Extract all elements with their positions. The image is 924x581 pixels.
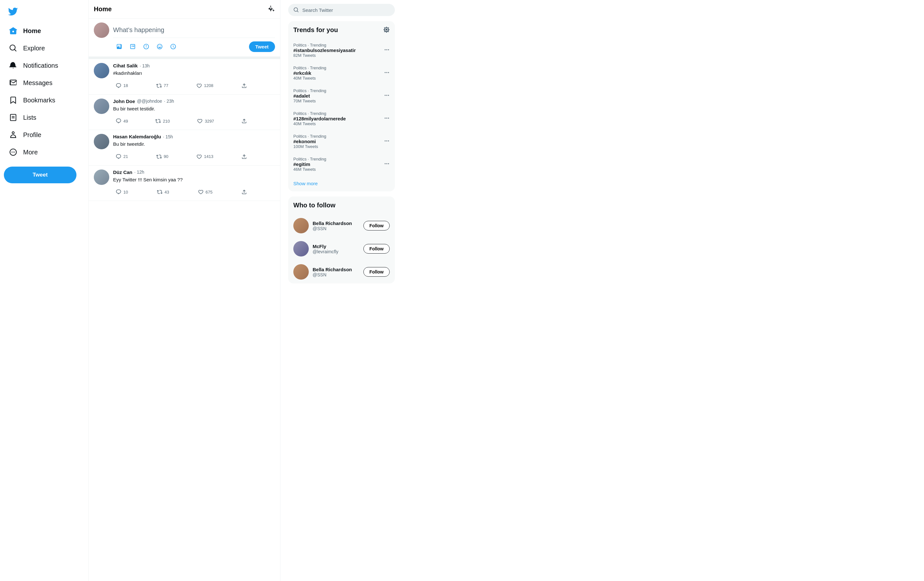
trend-hashtag: #ırkcılık (293, 70, 327, 76)
follow-handle: @SSN (313, 272, 360, 277)
sidebar-item-home[interactable]: Home (4, 23, 63, 39)
sidebar-item-more[interactable]: More (4, 144, 63, 160)
sidebar-item-bookmarks[interactable]: Bookmarks (4, 92, 63, 108)
trend-category: Politics · Trending (293, 111, 346, 116)
trends-title: Trends for you (293, 26, 338, 34)
tweet-author-name: Düz Can (113, 170, 132, 175)
trends-settings-icon[interactable] (383, 26, 390, 34)
sidebar-item-explore[interactable]: Explore (4, 40, 63, 56)
feed-header: Home (89, 0, 280, 19)
trend-hashtag: #egitim (293, 161, 327, 167)
follow-button[interactable]: Follow (363, 267, 390, 277)
trend-count: 40M Tweets (293, 76, 327, 81)
trend-item[interactable]: Politics · Trending #adalet 70M Tweets (288, 84, 395, 107)
sidebar-item-messages[interactable]: Messages (4, 75, 63, 91)
follow-item[interactable]: McFly @levraimcfly Follow (288, 237, 395, 260)
trend-more-icon[interactable] (384, 161, 390, 168)
follow-avatar (293, 218, 309, 234)
tweet-author-name: Cihat Salik (113, 63, 138, 68)
like-button[interactable]: 675 (195, 187, 215, 197)
twitter-logo[interactable] (4, 3, 22, 21)
trend-item[interactable]: Politics · Trending #128milyardolarnered… (288, 107, 395, 130)
sidebar-item-profile[interactable]: Profile (4, 127, 63, 143)
search-box[interactable] (288, 4, 395, 16)
trend-count: 100M Tweets (293, 144, 327, 149)
retweet-button[interactable]: 210 (153, 116, 173, 126)
trend-more-icon[interactable] (384, 92, 390, 99)
follow-info: Bella Richardson @SSN (313, 221, 360, 231)
reply-button[interactable]: 10 (113, 187, 130, 197)
sidebar-item-lists[interactable]: Lists (4, 109, 63, 125)
trend-more-icon[interactable] (384, 47, 390, 54)
trend-hashtag: #ekonomi (293, 139, 327, 144)
trend-item[interactable]: Politics · Trending #istanbulsozlesmesiy… (288, 39, 395, 62)
trend-item[interactable]: Politics · Trending #egitim 46M Tweets (288, 153, 395, 176)
trend-count: 82M Tweets (293, 53, 356, 58)
trend-item[interactable]: Politics · Trending #ırkcılık 40M Tweets (288, 62, 395, 84)
trend-item[interactable]: Politics · Trending #ekonomi 100M Tweets (288, 130, 395, 153)
retweet-button[interactable]: 77 (153, 81, 171, 91)
compose-gif-button[interactable] (127, 40, 139, 53)
trend-category: Politics · Trending (293, 134, 327, 139)
reply-button[interactable]: 21 (113, 152, 130, 161)
nav-items: Home Explore Notifications Messages (4, 23, 63, 161)
trend-more-icon[interactable] (384, 70, 390, 76)
tweet-card[interactable]: Düz Can · 12h Eyy Twitter !!! Sen kimsin… (89, 166, 280, 201)
follow-handle: @SSN (313, 226, 360, 231)
reply-button[interactable]: 49 (113, 116, 130, 126)
sidebar-item-label-explore: Explore (23, 44, 45, 52)
trend-count: 40M Tweets (293, 121, 346, 126)
trends-header: Trends for you (288, 21, 395, 39)
share-button[interactable] (239, 81, 250, 91)
lists-icon (9, 113, 17, 122)
compose-emoji-button[interactable] (153, 40, 166, 53)
trends-box: Trends for you Politics · Trending #ista… (288, 21, 395, 191)
share-button[interactable] (239, 152, 250, 161)
show-more-trends-link[interactable]: Show more (288, 176, 395, 191)
retweet-count: 210 (163, 119, 170, 123)
follow-name: McFly (313, 244, 360, 249)
tweet-avatar (94, 170, 109, 185)
sidebar-item-label-lists: Lists (23, 114, 36, 121)
tweet-author-name: Hasan Kalemdaroğlu (113, 134, 161, 139)
trend-more-icon[interactable] (384, 115, 390, 122)
follow-button[interactable]: Follow (363, 221, 390, 230)
profile-icon (9, 131, 17, 139)
reply-count: 21 (124, 154, 128, 159)
like-button[interactable]: 1208 (194, 81, 216, 91)
follow-item[interactable]: Bella Richardson @SSN Follow (288, 214, 395, 237)
compose-placeholder[interactable]: What's happening (113, 23, 275, 38)
notifications-icon (9, 61, 17, 70)
sidebar-item-notifications[interactable]: Notifications (4, 58, 63, 74)
reply-button[interactable]: 18 (113, 81, 130, 91)
share-button[interactable] (239, 187, 250, 197)
tweet-card[interactable]: Hasan Kalemdaroğlu · 15h Bu bir tweetdir… (89, 130, 280, 166)
retweet-button[interactable]: 90 (153, 152, 171, 161)
trend-category: Politics · Trending (293, 66, 327, 70)
tweet-submit-button[interactable]: Tweet (249, 41, 275, 52)
search-input[interactable] (302, 7, 390, 13)
tweet-button[interactable]: Tweet (4, 166, 76, 183)
trend-hashtag: #128milyardolarnerede (293, 116, 346, 121)
share-button[interactable] (239, 116, 250, 126)
like-button[interactable]: 3297 (195, 116, 216, 126)
like-button[interactable]: 1413 (194, 152, 216, 161)
like-count: 1208 (204, 83, 213, 88)
follow-button[interactable]: Follow (363, 244, 390, 253)
retweet-button[interactable]: 43 (154, 187, 172, 197)
follow-item[interactable]: Bella Richardson @SSN Follow (288, 260, 395, 283)
sparkle-icon[interactable] (268, 5, 275, 13)
compose-schedule-button[interactable] (167, 40, 179, 53)
like-count: 3297 (205, 119, 214, 123)
compose-image-button[interactable] (113, 40, 125, 53)
trend-hashtag: #adalet (293, 93, 327, 99)
sidebar: Home Explore Notifications Messages (0, 0, 88, 581)
trend-category: Politics · Trending (293, 88, 327, 93)
tweet-meta: John Doe @@johndoe · 23h (113, 99, 275, 104)
tweet-card[interactable]: John Doe @@johndoe · 23h Bu bir tweet te… (89, 95, 280, 130)
trend-more-icon[interactable] (384, 138, 390, 145)
follow-avatar (293, 264, 309, 280)
tweet-card[interactable]: Cihat Salik · 13h #kadınhakları 18 77 (89, 59, 280, 95)
reply-count: 10 (124, 190, 128, 194)
compose-poll-button[interactable] (140, 40, 152, 53)
